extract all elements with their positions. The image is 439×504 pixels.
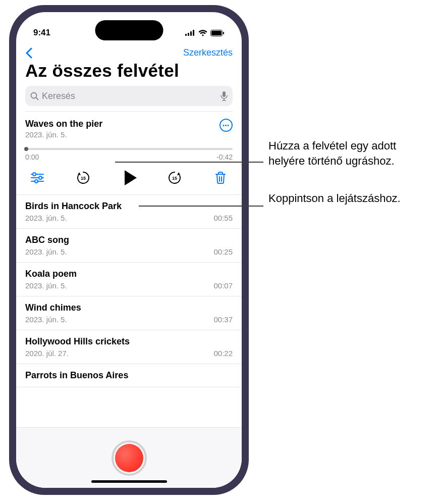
item-date: 2023. jún. 5. (25, 281, 67, 290)
playback-controls: 15 15 (25, 170, 233, 188)
svg-line-8 (36, 97, 38, 99)
svg-rect-0 (185, 34, 187, 36)
list-item[interactable]: Wind chimes 2023. jún. 5. 00:37 (16, 296, 242, 330)
dictate-icon[interactable] (221, 91, 228, 101)
svg-point-13 (39, 176, 42, 179)
cellular-icon (185, 30, 195, 36)
status-icons (185, 30, 225, 36)
svg-text:15: 15 (81, 176, 86, 181)
skip-back-15-icon: 15 (76, 170, 91, 185)
page-title: Az összes felvétel (16, 59, 242, 86)
item-title: ABC song (25, 235, 233, 245)
play-icon (125, 170, 137, 185)
svg-rect-9 (223, 91, 226, 97)
phone-frame: 9:41 Szerkesztés Az összes felvétel (9, 5, 249, 495)
item-duration: 00:55 (213, 214, 233, 222)
svg-text:15: 15 (172, 176, 177, 181)
callout-play: Koppintson a lejátszáshoz. (268, 191, 420, 206)
selected-title: Waves on the pier (25, 119, 102, 129)
svg-rect-3 (193, 30, 194, 36)
item-date: 2020. júl. 27. (25, 349, 69, 358)
trash-icon (214, 171, 227, 184)
callout-scrub: Húzza a felvétel egy adott helyére törté… (268, 138, 435, 168)
rewind-15-button[interactable]: 15 (73, 170, 93, 185)
record-button[interactable] (112, 440, 147, 476)
dynamic-island (95, 20, 163, 40)
svg-rect-6 (223, 32, 224, 34)
status-time: 9:41 (33, 28, 50, 38)
callout-line (139, 206, 263, 207)
sliders-icon (30, 172, 44, 183)
search-icon (30, 92, 39, 100)
item-duration: 00:07 (213, 281, 233, 290)
bottom-bar (16, 427, 242, 488)
item-title: Koala poem (25, 269, 233, 279)
item-date: 2023. jún. 5. (25, 214, 67, 222)
callout-line (115, 162, 263, 163)
list-item[interactable]: ABC song 2023. jún. 5. 00:25 (16, 229, 242, 263)
remaining-time: -0:42 (216, 153, 233, 161)
edit-button[interactable]: Szerkesztés (183, 47, 233, 59)
play-button[interactable] (119, 170, 139, 185)
svg-rect-1 (188, 33, 189, 36)
item-date: 2023. jún. 5. (25, 247, 67, 256)
nav-bar: Szerkesztés (16, 42, 242, 59)
scrubber-track (25, 148, 233, 150)
record-icon (115, 444, 143, 472)
list-item[interactable]: Birds in Hancock Park 2023. jún. 5. 00:5… (16, 195, 242, 229)
battery-icon (210, 30, 225, 36)
item-title: Hollywood Hills crickets (25, 336, 233, 347)
svg-point-15 (35, 180, 38, 183)
item-duration: 00:25 (213, 247, 233, 256)
svg-rect-2 (190, 31, 192, 36)
back-button[interactable] (25, 47, 32, 59)
svg-point-11 (33, 173, 36, 176)
forward-15-button[interactable]: 15 (164, 170, 185, 185)
delete-button[interactable] (210, 171, 231, 184)
more-button[interactable]: ••• (220, 119, 233, 132)
item-duration: 00:22 (213, 349, 233, 358)
elapsed-time: 0:00 (25, 153, 39, 161)
phone-screen: 9:41 Szerkesztés Az összes felvétel (16, 12, 242, 488)
home-indicator[interactable] (91, 480, 167, 483)
list-item[interactable]: Koala poem 2023. jún. 5. 00:07 (16, 263, 242, 296)
wifi-icon (198, 30, 207, 36)
playback-scrubber[interactable]: 0:00 -0:42 (25, 148, 233, 161)
item-title: Wind chimes (25, 303, 233, 313)
options-button[interactable] (27, 172, 47, 183)
item-title: Parrots in Buenos Aires (25, 370, 233, 381)
search-placeholder: Keresés (42, 91, 75, 102)
list-item[interactable]: Hollywood Hills crickets 2020. júl. 27. … (16, 330, 242, 364)
item-date: 2023. jún. 5. (25, 315, 67, 324)
selected-recording: Waves on the pier 2023. jún. 5. ••• 0:00… (16, 112, 242, 194)
svg-rect-5 (211, 31, 222, 35)
selected-date: 2023. jún. 5. (25, 130, 102, 139)
ellipsis-icon: ••• (223, 123, 230, 128)
skip-forward-15-icon: 15 (167, 170, 182, 185)
list-item[interactable]: Parrots in Buenos Aires (16, 364, 242, 387)
scrubber-thumb[interactable] (24, 147, 28, 151)
item-duration: 00:37 (213, 315, 233, 324)
search-input[interactable]: Keresés (25, 86, 233, 106)
